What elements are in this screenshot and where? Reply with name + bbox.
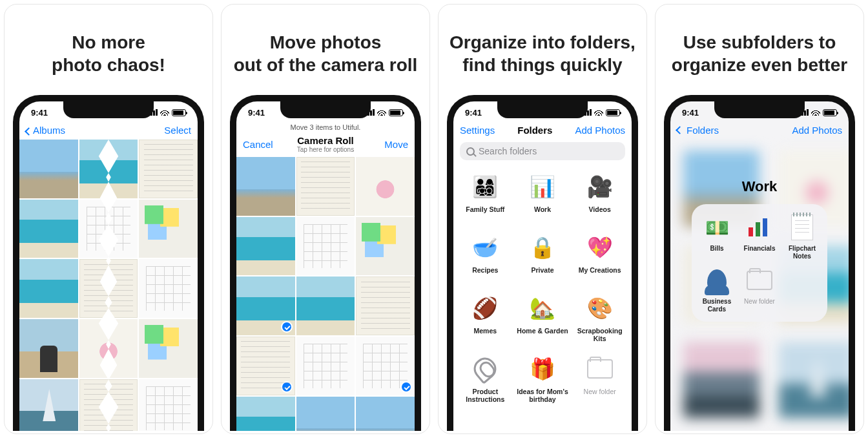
photo-thumb[interactable] <box>356 397 415 431</box>
battery-icon <box>389 109 403 116</box>
toolbar: Folders Add Photos <box>670 121 849 140</box>
nav-bar: Albums Select <box>19 121 198 140</box>
folder-item[interactable]: 🔒Private <box>515 229 571 286</box>
nav-subtitle[interactable]: Tap here for options <box>284 146 367 153</box>
subfolder-label: Business Cards <box>697 298 737 313</box>
headline: Organize into folders, find things quick… <box>443 5 642 95</box>
folder-item[interactable]: 👨‍👩‍👧‍👦Family Stuff <box>457 168 513 225</box>
wifi-icon <box>377 109 386 116</box>
folder-label: Recipes <box>472 266 498 282</box>
nav-title[interactable]: Camera Roll <box>284 135 367 146</box>
status-time: 9:41 <box>682 108 699 118</box>
folder-item[interactable]: 🥣Recipes <box>457 229 513 286</box>
subfolder-label: Financials <box>744 245 776 253</box>
headline: Move photos out of the camera roll <box>227 5 424 95</box>
headline: Use subfolders to organize even better <box>665 5 854 95</box>
photo-thumb[interactable] <box>296 337 355 395</box>
subfolder-label: New folder <box>744 298 775 306</box>
move-button[interactable]: Move <box>367 139 408 150</box>
photo-thumb[interactable] <box>296 276 355 335</box>
folder-label: New folder <box>584 388 616 403</box>
subfolder-item[interactable]: Business Cards <box>697 266 737 313</box>
folder-label: Ideas for Mom's birthday <box>515 388 571 403</box>
photo-grid[interactable] <box>236 157 415 431</box>
move-prompt: Move 3 items to Utiful. <box>236 121 415 131</box>
photo-thumb[interactable] <box>139 259 198 318</box>
folder-item[interactable]: 🎨Scrapbooking Kits <box>572 289 628 346</box>
emoji-icon: 💖 <box>587 235 613 260</box>
photo-thumb[interactable] <box>19 259 78 318</box>
photo-thumb[interactable] <box>356 337 415 395</box>
emoji-icon: 🔒 <box>530 235 555 260</box>
add-photos-button[interactable]: Add Photos <box>575 125 625 136</box>
photo-thumb[interactable] <box>236 337 295 395</box>
folder-item[interactable]: 📊Work <box>515 168 571 225</box>
photo-thumb[interactable] <box>236 157 295 216</box>
subfolder-item[interactable]: 💵Bills <box>697 213 737 260</box>
folder-item[interactable]: 🎁Ideas for Mom's birthday <box>515 350 571 407</box>
selected-badge-icon <box>281 381 293 393</box>
emoji-icon: 🏡 <box>530 296 555 320</box>
notch <box>497 101 588 118</box>
chevron-left-icon <box>25 127 33 136</box>
cancel-button[interactable]: Cancel <box>243 139 284 150</box>
photo-thumb[interactable] <box>139 200 198 258</box>
notch <box>280 101 371 118</box>
photo-thumb[interactable] <box>19 379 78 431</box>
emoji-icon: 📊 <box>530 174 555 199</box>
folder-label: Product Instructions <box>457 388 513 403</box>
folder-item[interactable]: New folder <box>572 350 628 407</box>
photo-thumb[interactable] <box>139 379 198 431</box>
photo-thumb[interactable] <box>356 276 415 335</box>
paperclip-icon <box>470 353 501 384</box>
add-photos-button[interactable]: Add Photos <box>792 125 842 136</box>
folder-item[interactable]: 🏡Home & Garden <box>515 289 571 346</box>
photo-thumb[interactable] <box>356 217 415 276</box>
emoji-icon: 🎨 <box>587 296 613 320</box>
back-button[interactable]: Folders <box>677 125 719 136</box>
search-input[interactable]: Search folders <box>460 142 625 160</box>
photo-thumb[interactable] <box>356 157 415 216</box>
photo-thumb[interactable] <box>139 140 198 198</box>
battery-icon <box>606 109 620 116</box>
subfolder-item[interactable]: Flipchart Notes <box>782 213 822 260</box>
notch <box>63 101 154 118</box>
folder-item[interactable]: Product Instructions <box>457 350 513 407</box>
promo-card-1: No more photo chaos! 9:41 Albums Select <box>4 4 213 434</box>
folder-label: Scrapbooking Kits <box>572 327 628 342</box>
select-button[interactable]: Select <box>164 125 191 136</box>
phone-mock: 9:41 Settings Folders Add Photos Search … <box>447 95 638 431</box>
folder-item[interactable]: 🏈Memes <box>457 289 513 346</box>
folder-label: Work <box>534 205 551 221</box>
emoji-icon: 🎁 <box>530 357 555 381</box>
photo-thumb[interactable] <box>19 140 78 198</box>
photo-thumb[interactable] <box>236 276 295 335</box>
folder-item[interactable]: 💖My Creations <box>572 229 628 286</box>
folder-label: My Creations <box>579 266 621 282</box>
emoji-icon: 💵 <box>705 216 729 239</box>
photo-thumb[interactable] <box>19 319 78 378</box>
photo-thumb[interactable] <box>236 397 295 431</box>
emoji-icon: 🏈 <box>472 296 498 320</box>
photo-grid[interactable] <box>19 140 198 431</box>
photo-thumb[interactable] <box>296 217 355 276</box>
photo-thumb[interactable] <box>236 217 295 276</box>
subfolder-item[interactable]: Financials <box>739 213 780 260</box>
photo-thumb[interactable] <box>296 397 355 431</box>
photo-thumb[interactable] <box>296 157 355 216</box>
phone-mock: 9:41 Albums Select <box>13 95 204 431</box>
notch <box>714 101 805 118</box>
new-folder-icon <box>587 359 613 379</box>
back-button[interactable]: Albums <box>26 125 67 136</box>
person-icon <box>707 269 727 291</box>
subfolder-title: Work <box>692 178 827 195</box>
settings-button[interactable]: Settings <box>460 125 495 136</box>
photo-thumb[interactable] <box>139 319 198 378</box>
search-placeholder: Search folders <box>479 146 537 156</box>
emoji-icon: 👨‍👩‍👧‍👦 <box>472 174 498 199</box>
wifi-icon <box>811 109 820 116</box>
folder-item[interactable]: 🎥Videos <box>572 168 628 225</box>
subfolder-item[interactable]: New folder <box>739 266 780 313</box>
selected-badge-icon <box>400 381 412 393</box>
photo-thumb[interactable] <box>19 200 78 258</box>
